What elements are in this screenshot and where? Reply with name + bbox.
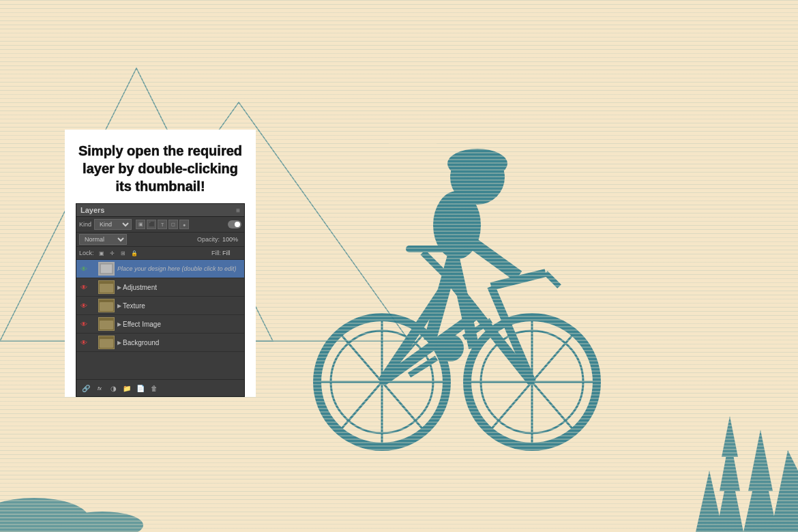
layers-panel-bottom: 🔗 fx ◑ 📁 📄 🗑 [76, 379, 244, 396]
layer-item-design[interactable]: 👁 Place your design here (double click t… [76, 260, 244, 278]
layers-filter-row: Kind Kind Name Effect Mode Attribute Col… [76, 217, 244, 233]
layers-panel-menu[interactable]: ≡ [236, 207, 240, 214]
blend-mode-dropdown[interactable]: Normal Dissolve Multiply Screen Overlay [79, 234, 127, 245]
visibility-icon-adjustment[interactable]: 👁 [79, 282, 89, 292]
adjustment-filter-icon[interactable]: ⬛ [147, 220, 156, 229]
visibility-icon-design[interactable]: 👁 [79, 264, 89, 274]
svg-rect-58 [100, 339, 113, 348]
instruction-text: Simply open the required layer by double… [76, 142, 245, 195]
expand-icon-background[interactable]: ▶ [117, 340, 121, 346]
instruction-panel: Simply open the required layer by double… [65, 130, 256, 397]
type-filter-icon[interactable]: T [158, 220, 167, 229]
svg-rect-54 [100, 302, 113, 311]
layer-thumb-effect[interactable] [98, 317, 115, 331]
svg-point-41 [447, 149, 507, 179]
lock-position-btn[interactable]: ✛ [108, 248, 117, 258]
layer-item-texture[interactable]: 👁 ▶ Texture [76, 297, 244, 315]
visibility-icon-effect[interactable]: 👁 [79, 319, 89, 329]
lock-label: Lock: [79, 250, 94, 256]
layer-item-adjustment[interactable]: 👁 ▶ Adjustment [76, 278, 244, 297]
expand-icon-texture[interactable]: ▶ [117, 303, 121, 309]
opacity-label: Opacity: [197, 236, 220, 243]
visibility-icon-background[interactable]: 👁 [79, 338, 89, 347]
layer-item-effect-image[interactable]: 👁 ▶ Effect Image [76, 315, 244, 334]
kind-dropdown[interactable]: Kind Name Effect Mode Attribute Color [94, 219, 132, 230]
kind-label: Kind [79, 221, 91, 228]
layer-name-design: Place your design here (double click to … [117, 265, 241, 272]
fill-value: Fill [222, 250, 241, 256]
layer-thumb-background[interactable] [98, 336, 115, 349]
layer-item-background[interactable]: 👁 ▶ Background [76, 334, 244, 352]
panel-bottom-icons: 🔗 fx ◑ 📁 📄 🗑 [80, 383, 160, 394]
adjustment-add-icon[interactable]: ◑ [108, 383, 119, 394]
layer-name-effect: Effect Image [123, 321, 241, 328]
link-icon[interactable]: 🔗 [80, 383, 91, 394]
fill-label: Fill: [211, 250, 221, 256]
delete-layer-icon[interactable]: 🗑 [149, 383, 160, 394]
folder-add-icon[interactable]: 📁 [121, 383, 132, 394]
expand-icon-effect[interactable]: ▶ [117, 321, 121, 327]
svg-rect-52 [100, 284, 113, 293]
smart-filter-icon[interactable]: ● [179, 220, 189, 229]
new-layer-icon[interactable]: 📄 [135, 383, 146, 394]
layer-thumb-texture[interactable] [98, 299, 115, 312]
lock-artboard-btn[interactable]: ⊞ [119, 248, 128, 258]
shape-filter-icon[interactable]: ◻ [168, 220, 178, 229]
blend-opacity-row: Normal Dissolve Multiply Screen Overlay … [76, 233, 244, 247]
layer-name-adjustment: Adjustment [123, 284, 241, 291]
svg-point-36 [437, 334, 464, 361]
expand-icon-adjustment[interactable]: ▶ [117, 284, 121, 291]
opacity-value: 100% [222, 236, 241, 243]
filter-icons: ▣ ⬛ T ◻ ● [136, 220, 189, 229]
svg-rect-56 [100, 321, 113, 329]
svg-rect-50 [101, 265, 112, 274]
fx-icon[interactable]: fx [94, 383, 105, 394]
pixel-filter-icon[interactable]: ▣ [136, 220, 145, 229]
layers-panel[interactable]: Layers ≡ Kind Kind Name Effect Mode Attr… [76, 203, 245, 397]
layers-panel-title: Layers [80, 206, 104, 214]
layers-title-bar: Layers ≡ [76, 204, 244, 217]
layer-thumb-adjustment[interactable] [98, 280, 115, 294]
lock-all-btn[interactable]: 🔒 [130, 248, 139, 258]
layer-thumb-design[interactable] [98, 262, 115, 276]
layer-name-background: Background [123, 339, 241, 346]
layers-empty-area [76, 352, 244, 379]
visibility-icon-texture[interactable]: 👁 [79, 301, 89, 310]
lock-row: Lock: ▣ ✛ ⊞ 🔒 Fill: Fill [76, 247, 244, 260]
layer-name-texture: Texture [123, 302, 241, 310]
filter-toggle[interactable] [228, 220, 241, 228]
lock-pixels-btn[interactable]: ▣ [97, 248, 106, 258]
